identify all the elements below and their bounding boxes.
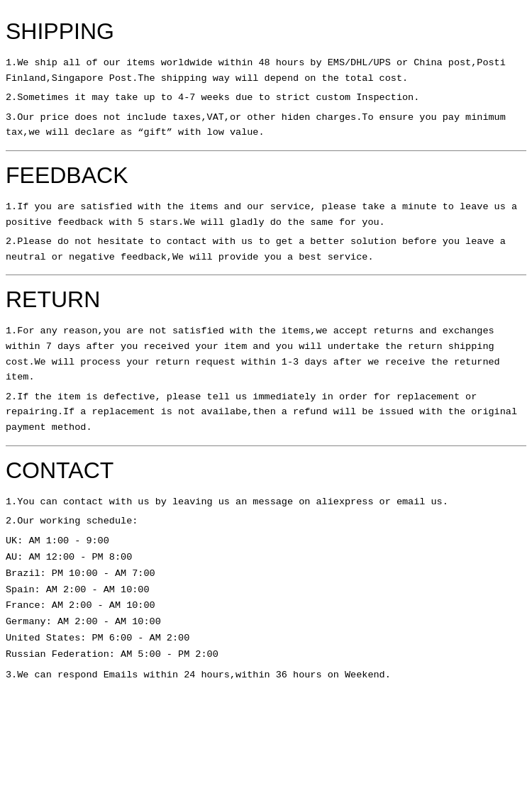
- shipping-item-1: 1.We ship all of our items worldwide wit…: [6, 55, 526, 86]
- schedule-uk: UK: AM 1:00 - 9:00: [6, 533, 526, 550]
- feedback-title: FEEDBACK: [6, 158, 526, 192]
- divider-3: [6, 445, 526, 446]
- return-item-1: 1.For any reason,you are not satisfied w…: [6, 323, 526, 384]
- schedule-germany: Germany: AM 2:00 - AM 10:00: [6, 614, 526, 631]
- contact-title: CONTACT: [6, 453, 526, 487]
- contact-intro-2: 2.Our working schedule:: [6, 514, 526, 529]
- return-content: 1.For any reason,you are not satisfied w…: [6, 323, 526, 435]
- shipping-item-3: 3.Our price does not include taxes,VAT,o…: [6, 110, 526, 140]
- schedule-russia: Russian Federation: AM 5:00 - PM 2:00: [6, 647, 526, 663]
- shipping-content: 1.We ship all of our items worldwide wit…: [6, 55, 526, 140]
- contact-closing: 3.We can respond Emails within 24 hours,…: [6, 667, 526, 683]
- schedule-spain: Spain: AM 2:00 - AM 10:00: [6, 582, 526, 599]
- schedule-us: United States: PM 6:00 - AM 2:00: [6, 631, 526, 647]
- return-item-2: 2.If the item is defective, please tell …: [6, 389, 526, 436]
- feedback-item-2: 2.Please do not hesitate to contact with…: [6, 234, 526, 265]
- feedback-item-1: 1.If you are satisfied with the items an…: [6, 199, 526, 230]
- return-section: RETURN 1.For any reason,you are not sati…: [6, 282, 526, 435]
- shipping-item-2: 2.Sometimes it may take up to 4-7 weeks …: [6, 90, 526, 106]
- return-title: RETURN: [6, 282, 526, 316]
- contact-section: CONTACT 1.You can contact with us by lea…: [6, 453, 526, 683]
- page-container: SHIPPING 1.We ship all of our items worl…: [0, 0, 532, 697]
- feedback-content: 1.If you are satisfied with the items an…: [6, 199, 526, 265]
- contact-content: 1.You can contact with us by leaving us …: [6, 494, 526, 683]
- shipping-title: SHIPPING: [6, 14, 526, 48]
- shipping-section: SHIPPING 1.We ship all of our items worl…: [6, 14, 526, 140]
- schedule-france: France: AM 2:00 - AM 10:00: [6, 598, 526, 614]
- schedule-brazil: Brazil: PM 10:00 - AM 7:00: [6, 566, 526, 582]
- contact-intro-1: 1.You can contact with us by leaving us …: [6, 494, 526, 510]
- feedback-section: FEEDBACK 1.If you are satisfied with the…: [6, 158, 526, 265]
- divider-2: [6, 275, 526, 275]
- contact-schedule: UK: AM 1:00 - 9:00 AU: AM 12:00 - PM 8:0…: [6, 533, 526, 664]
- schedule-au: AU: AM 12:00 - PM 8:00: [6, 550, 526, 566]
- divider-1: [6, 150, 526, 151]
